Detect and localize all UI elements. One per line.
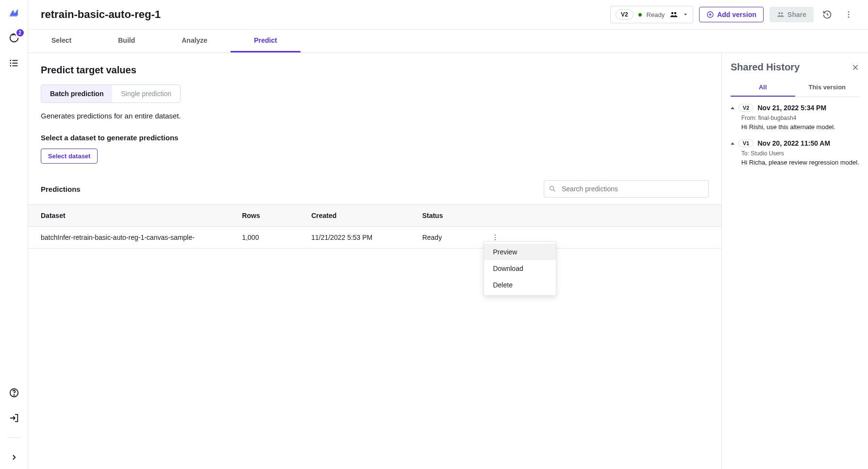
row-more-icon[interactable] [491,234,716,241]
svg-point-2 [10,63,11,64]
people-icon [669,10,678,19]
svg-rect-3 [12,63,17,64]
svg-point-18 [495,237,496,238]
select-dataset-label: Select a dataset to generate predictions [41,134,709,142]
table-header-row: Dataset Rows Created Status [28,205,721,227]
version-chip: V2 [616,9,634,20]
col-dataset: Dataset [28,205,236,227]
svg-point-17 [495,234,496,235]
svg-point-19 [495,239,496,240]
tab-predict[interactable]: Predict [231,30,300,52]
select-dataset-button[interactable]: Select dataset [41,149,98,164]
menu-delete[interactable]: Delete [484,277,556,293]
single-prediction-tab[interactable]: Single prediction [112,85,180,102]
people-icon [777,11,785,18]
svg-point-8 [671,12,674,15]
cell-status: Ready [417,227,486,249]
share-button: Share [769,7,814,22]
svg-point-13 [848,11,850,13]
svg-point-14 [848,14,850,16]
svg-point-0 [10,60,11,61]
main-tabs: Select Build Analyze Predict [28,30,868,53]
search-icon [549,185,556,193]
left-rail: 2 [0,0,28,469]
activity-badge: 2 [17,29,24,36]
history-version-chip: V2 [738,104,753,112]
help-icon[interactable] [8,387,20,399]
history-date: Nov 20, 2022 11:50 AM [757,139,830,147]
prediction-type-toggle: Batch prediction Single prediction [41,84,181,103]
svg-point-15 [848,17,850,18]
search-input[interactable] [544,180,709,198]
svg-point-9 [674,12,677,15]
col-created: Created [305,205,416,227]
caret-up-icon[interactable] [731,142,734,145]
history-item: V1 Nov 20, 2022 11:50 AM To: Studio User… [731,139,859,166]
svg-point-11 [778,12,780,14]
page-title: retrain-basic-auto-reg-1 [41,8,604,21]
history-meta: From: final-bugbash4 [741,115,859,121]
close-panel-icon[interactable] [851,64,859,71]
svg-rect-1 [12,60,17,61]
predictions-table: Dataset Rows Created Status batchInfer-r… [28,204,721,249]
panel-tab-this[interactable]: This version [795,79,860,97]
tab-select[interactable]: Select [28,30,95,52]
batch-prediction-tab[interactable]: Batch prediction [41,85,112,102]
cell-rows: 1,000 [236,227,305,249]
svg-point-7 [14,395,14,395]
menu-download[interactable]: Download [484,260,556,277]
svg-point-4 [10,65,11,67]
history-version-chip: V1 [738,139,753,147]
history-icon[interactable] [819,7,835,22]
col-status: Status [417,205,486,227]
list-icon[interactable] [8,57,20,69]
caret-up-icon[interactable] [731,107,734,109]
history-item: V2 Nov 21, 2022 5:34 PM From: final-bugb… [731,104,859,131]
search-predictions [544,180,709,198]
tab-build[interactable]: Build [95,30,158,52]
svg-point-16 [550,186,554,190]
cell-created: 11/21/2022 5:53 PM [305,227,416,249]
svg-point-12 [781,12,783,14]
predictions-label: Predictions [41,185,81,193]
history-message: Hi Rishi, use this alternate model. [741,123,859,131]
add-version-label: Add version [717,11,756,18]
content-area: Predict target values Batch prediction S… [28,53,721,469]
svg-rect-5 [12,66,17,67]
predict-heading: Predict target values [41,65,709,76]
activity-icon[interactable]: 2 [8,32,20,44]
panel-title: Shared History [731,62,800,73]
expand-rail-icon[interactable] [8,452,20,463]
prediction-description: Generates predictions for an entire data… [41,112,709,120]
page-header: retrain-basic-auto-reg-1 V2 Ready Add ve… [28,0,868,30]
panel-tab-all[interactable]: All [731,79,795,97]
logo[interactable] [8,7,20,18]
status-dot-icon [638,13,642,17]
plus-circle-icon [706,11,714,18]
cell-dataset: batchInfer-retrain-basic-auto-reg-1-canv… [28,227,236,249]
more-icon[interactable] [841,7,856,22]
status-text: Ready [647,11,665,18]
tab-analyze[interactable]: Analyze [158,30,231,52]
history-date: Nov 21, 2022 5:34 PM [757,104,826,112]
shared-history-panel: Shared History All This version V2 Nov 2… [721,53,868,469]
history-message: Hi Richa, please review regression model… [741,159,859,166]
exit-icon[interactable] [8,412,20,424]
col-rows: Rows [236,205,305,227]
history-meta: To: Studio Users [741,150,859,157]
share-label: Share [787,11,806,18]
chevron-down-icon [683,12,688,17]
table-row: batchInfer-retrain-basic-auto-reg-1-canv… [28,227,721,249]
row-actions-menu: Preview Download Delete [484,241,556,296]
version-selector[interactable]: V2 Ready [610,6,693,23]
add-version-button[interactable]: Add version [699,7,764,22]
menu-preview[interactable]: Preview [484,244,556,260]
